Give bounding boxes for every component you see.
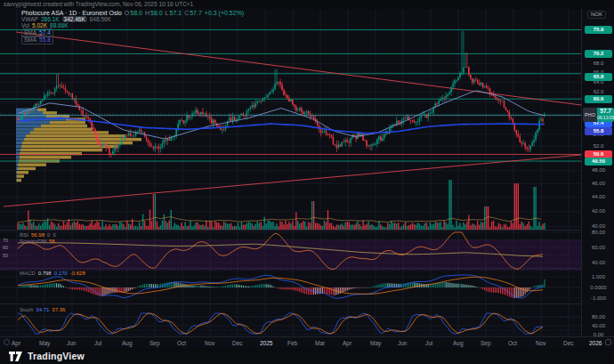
- month-label-oct: Oct: [508, 340, 517, 346]
- month-label-aug: Aug: [453, 340, 464, 346]
- attribution-text: savvypiginvest created with TradingView.…: [4, 1, 193, 7]
- month-label-mar: Mar: [315, 340, 325, 346]
- vwap-indicator-row[interactable]: VWAP 286.1K 342.46K 648.56K: [21, 16, 244, 22]
- ohlc-high-label: H: [145, 10, 149, 16]
- indicator-tick: 40.00: [583, 323, 614, 329]
- month-label-sep: Sep: [481, 340, 491, 346]
- month-label-nov: Nov: [205, 340, 215, 346]
- indicator-tick: 0.0000: [583, 285, 614, 291]
- month-label-apr: Apr: [343, 340, 351, 346]
- month-label-feb: Feb: [287, 340, 297, 346]
- volume-ma-line: [18, 217, 541, 222]
- volume-value-1: 5.02K: [32, 22, 47, 28]
- rsi-left-tick: 70: [3, 238, 8, 243]
- month-label-oct: Oct: [177, 340, 186, 346]
- price-tick: 52.0: [583, 143, 614, 150]
- symbol-title-row[interactable]: Photocure ASA · 1D · Euronext Oslo O58.0…: [21, 10, 244, 16]
- ohlc-low-value: 57.1: [170, 10, 182, 16]
- month-label-jul: Jul: [94, 340, 101, 346]
- last-price-label[interactable]: PHO57.706:13:09: [583, 108, 614, 122]
- vwap-value-3: 648.56K: [90, 16, 111, 22]
- ohlc-close-label: C: [184, 10, 189, 16]
- month-label-may: May: [370, 340, 381, 346]
- month-label-2025: 2025: [260, 340, 272, 346]
- indicator-tick: 60.00: [583, 245, 614, 251]
- axis-settings-icon[interactable]: [605, 339, 611, 345]
- currency-button[interactable]: NOK: [587, 11, 606, 19]
- sma-50-row[interactable]: SMA 57.4: [21, 29, 244, 36]
- rsi-value: 56.98: [31, 232, 44, 239]
- tradingview-logo-icon[interactable]: [9, 352, 22, 361]
- sma-200-label: SMA: [24, 36, 36, 43]
- sma-200-value: 55.8: [39, 36, 51, 43]
- rsi-pane: [0, 232, 581, 271]
- chart-canvas[interactable]: [0, 9, 581, 336]
- stoch-pane: [0, 313, 581, 334]
- ohlc-close-value: 57.7: [190, 10, 202, 16]
- price-level-badge[interactable]: 70.2: [585, 50, 612, 58]
- main-legend[interactable]: Photocure ASA · 1D · Euronext Oslo O58.0…: [21, 10, 244, 43]
- macd-pane: [0, 275, 581, 298]
- sma-50-value: 57.4: [39, 29, 51, 36]
- stoch-k-value: 34.71: [36, 307, 49, 313]
- change-value: +0.3 (+0.52%): [205, 10, 244, 16]
- ohlc-open-value: 58.0: [130, 10, 142, 16]
- rsi-param-2: 0: [53, 232, 55, 239]
- price-level-badge[interactable]: 60.6: [585, 95, 612, 103]
- month-label-apr: Apr: [12, 340, 20, 346]
- stoch-label: Stoch: [20, 307, 33, 313]
- month-label-nov: Nov: [536, 340, 546, 346]
- indicator-tick: 80.00: [583, 230, 614, 236]
- price-tick: 68.0: [583, 61, 614, 67]
- symbol-title: Photocure ASA · 1D · Euronext Oslo: [21, 10, 122, 16]
- volume-value-2: 88.66K: [50, 22, 69, 28]
- vwap-label: VWAP: [21, 16, 38, 22]
- indicator-tick: 80.00: [583, 314, 614, 320]
- sma-50-label: SMA: [24, 29, 36, 36]
- month-label-jun: Jun: [67, 340, 76, 346]
- macd-hist-value: 0.798: [38, 271, 52, 277]
- time-axis[interactable]: AprMayJunJulAugSepOctNovDec2025FebMarApr…: [0, 336, 614, 349]
- rsi-param-1: 0: [47, 232, 50, 239]
- price-level-badge[interactable]: 49.50: [585, 158, 612, 166]
- footer-bar: TradingView: [0, 348, 614, 364]
- indicator-tick: 40.00: [583, 260, 614, 266]
- macd-line-value: 0.170: [54, 271, 68, 277]
- tradingview-chart-window: savvypiginvest created with TradingView.…: [0, 0, 614, 364]
- vwap-value-1: 286.1K: [41, 16, 60, 22]
- price-scale[interactable]: NOK 68.066.064.062.060.054.052.050.0048.…: [581, 9, 614, 336]
- month-label-aug: Aug: [122, 340, 133, 346]
- vwap-value-2: 342.46K: [62, 16, 87, 22]
- price-tick: 42.00: [583, 208, 614, 214]
- timezone-clock-icon[interactable]: [4, 339, 10, 345]
- rsi-left-tick: 60: [3, 245, 8, 250]
- stoch-d-value: 37.36: [52, 307, 65, 313]
- volume-label: Vol: [21, 22, 29, 28]
- rsi-label: RSI: [20, 232, 28, 239]
- price-level-badge[interactable]: 65.8: [585, 73, 612, 81]
- volume-indicator-row[interactable]: Vol 5.02K 88.66K: [21, 22, 244, 28]
- indicator-tick: -1.000: [583, 295, 614, 302]
- attribution-bar: savvypiginvest created with TradingView.…: [0, 0, 614, 9]
- month-label-sep: Sep: [149, 340, 160, 346]
- price-tick: 46.00: [583, 181, 614, 187]
- rsi-left-tick: 50: [3, 253, 8, 258]
- month-label-jul: Jul: [425, 340, 432, 346]
- month-label-2026: 2026: [589, 340, 602, 346]
- sma-200-row[interactable]: SMA 55.8: [21, 36, 244, 43]
- volume-series: [17, 180, 545, 230]
- tradingview-brand-text[interactable]: TradingView: [28, 351, 85, 361]
- rsi-ma-value: 58: [49, 239, 55, 245]
- stoch-legend[interactable]: Stoch 34.71 37.36: [20, 307, 65, 313]
- symbol-tag: PHO: [583, 108, 597, 122]
- last-price-countdown: 57.706:13:09: [597, 108, 614, 122]
- price-level-badge[interactable]: 75.9: [585, 26, 612, 34]
- month-label-dec: Dec: [232, 340, 243, 346]
- macd-legend[interactable]: MACD 0.798 0.170 -0.628: [20, 271, 85, 277]
- rsi-legend[interactable]: RSI 56.98 0 0 ScreamDM 58: [20, 232, 56, 245]
- price-tick: 62.0: [583, 89, 614, 95]
- price-tick: 48.00: [583, 167, 614, 174]
- price-level-badge[interactable]: 55.8: [585, 127, 612, 135]
- rsi-ma-label: ScreamDM: [20, 239, 46, 245]
- ohlc-high-value: 58.0: [150, 10, 163, 16]
